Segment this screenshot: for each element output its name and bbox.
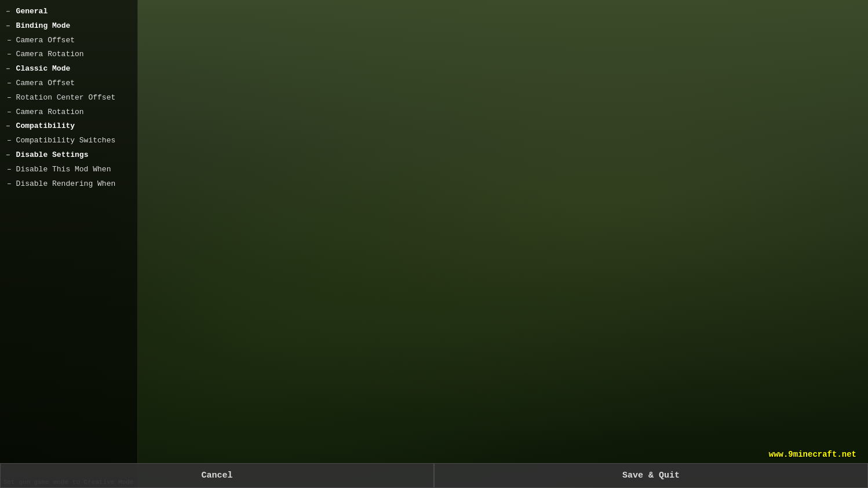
sidebar-item-compat-switches[interactable]: – Compatibility Switches (2, 134, 135, 148)
sidebar-item-compatibility[interactable]: – Compatibility (2, 119, 135, 134)
sidebar-item-disable-mod-when[interactable]: – Disable This Mod When (2, 163, 135, 177)
cancel-button[interactable]: Cancel (0, 463, 434, 488)
bottom-bar: Cancel Save & Quit (0, 463, 868, 488)
sidebar-item-disable-settings[interactable]: – Disable Settings (2, 148, 135, 163)
sidebar-item-general[interactable]: – General (2, 5, 135, 19)
sidebar-item-disable-rendering-when[interactable]: – Disable Rendering When (2, 177, 135, 192)
sidebar-item-cm-rotation-center[interactable]: – Rotation Center Offset (2, 91, 135, 105)
sidebar-item-bm-camera-rotation[interactable]: – Camera Rotation (2, 47, 135, 62)
save-quit-button[interactable]: Save & Quit (434, 463, 868, 488)
sidebar-item-cm-camera-rotation[interactable]: – Camera Rotation (2, 105, 135, 120)
sidebar: – General – Binding Mode – Camera Offset… (0, 0, 138, 488)
watermark: www.9minecraft.net (769, 450, 856, 459)
sidebar-item-bm-camera-offset[interactable]: – Camera Offset (2, 34, 135, 48)
sidebar-item-classic-mode[interactable]: – Classic Mode (2, 62, 135, 76)
sidebar-item-binding-mode[interactable]: – Binding Mode (2, 19, 135, 34)
sidebar-item-cm-camera-offset[interactable]: – Camera Offset (2, 76, 135, 91)
